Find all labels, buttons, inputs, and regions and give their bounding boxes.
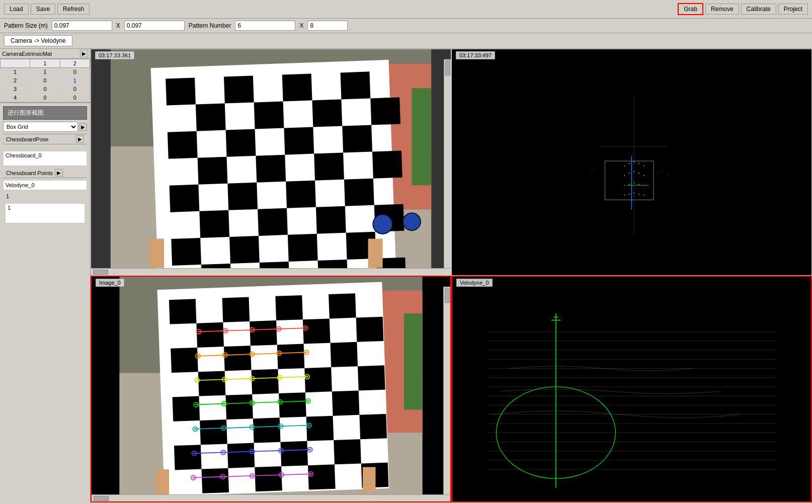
- table-row: 4 0 0: [1, 94, 90, 102]
- svg-rect-95: [279, 392, 306, 417]
- svg-rect-77: [169, 299, 197, 324]
- velodyne-list: Velodyne_0: [3, 180, 87, 190]
- pattern-size-label: Pattern Size (m): [4, 22, 48, 29]
- pattern-number-y-input[interactable]: [307, 21, 348, 31]
- svg-rect-86: [224, 346, 252, 371]
- svg-rect-13: [168, 131, 198, 159]
- pattern-size-x-input[interactable]: [52, 21, 112, 31]
- svg-rect-11: [312, 99, 343, 127]
- matrix-table: 1 2 1 1 0 2 0 1 3 0 0: [0, 59, 90, 102]
- scroll-area[interactable]: 1: [5, 203, 85, 223]
- left-panel: CameraExtrinsicMat ▶ 1 2 1 1 0 2 0 1: [0, 49, 91, 502]
- svg-point-148: [279, 377, 281, 379]
- svg-point-64: [643, 195, 644, 196]
- refresh-button[interactable]: Refresh: [57, 4, 90, 15]
- project-button[interactable]: Project: [778, 4, 808, 15]
- svg-point-45: [624, 165, 625, 166]
- top-right-timestamp: 03:17:33:497: [456, 51, 495, 59]
- svg-point-184: [193, 452, 195, 454]
- svg-point-47: [633, 161, 634, 162]
- load-button[interactable]: Load: [4, 4, 29, 15]
- svg-rect-27: [316, 206, 346, 234]
- svg-point-146: [251, 378, 253, 380]
- svg-rect-6: [224, 75, 254, 103]
- svg-rect-15: [284, 127, 314, 155]
- remove-button[interactable]: Remove: [705, 4, 739, 15]
- tab-row: Camera -> Velodyne: [0, 33, 812, 49]
- matrix-nav-arrow[interactable]: ▶: [80, 50, 88, 57]
- row-2-c1: 0: [30, 76, 60, 85]
- svg-rect-91: [304, 367, 332, 392]
- bottom-controls: 进行图形截图 Box Grid ▶ ChessboardPose ▶ Chess…: [0, 103, 90, 502]
- svg-rect-93: [173, 396, 200, 422]
- tab-camera-velodyne[interactable]: Camera -> Velodyne: [4, 35, 72, 46]
- svg-point-144: [224, 379, 226, 381]
- calibrate-button[interactable]: Calibrate: [741, 4, 776, 15]
- svg-point-57: [633, 183, 634, 184]
- svg-rect-26: [258, 208, 288, 236]
- chessboard-points-header: Chessboard Points ▶: [3, 168, 87, 178]
- row-4-c1: 0: [30, 94, 60, 102]
- svg-point-162: [279, 401, 281, 403]
- top-left-hscroll[interactable]: [91, 268, 451, 275]
- svg-rect-82: [250, 320, 277, 346]
- save-button[interactable]: Save: [31, 4, 55, 15]
- matrix-col-empty: [1, 59, 30, 68]
- draw-screenshot-button[interactable]: 进行图形截图: [3, 106, 87, 120]
- svg-rect-17: [198, 157, 228, 185]
- svg-point-48: [638, 163, 639, 164]
- svg-rect-101: [174, 445, 202, 470]
- svg-point-170: [194, 428, 196, 430]
- box-grid-select[interactable]: Box Grid: [3, 122, 78, 132]
- svg-point-54: [643, 175, 644, 176]
- svg-point-160: [251, 402, 253, 404]
- svg-point-164: [307, 400, 309, 402]
- svg-rect-94: [225, 394, 253, 419]
- svg-rect-38: [368, 239, 383, 268]
- svg-rect-80: [329, 293, 356, 318]
- svg-point-174: [251, 426, 253, 428]
- svg-point-70: [663, 172, 664, 173]
- matrix-title: CameraExtrinsicMat: [2, 51, 52, 57]
- velodyne-top-svg: [452, 49, 811, 275]
- svg-rect-10: [254, 101, 284, 129]
- chessboard-item[interactable]: Chessboard_0: [4, 151, 87, 159]
- svg-point-58: [638, 184, 639, 185]
- grab-button[interactable]: Grab: [678, 3, 703, 15]
- box-grid-arrow[interactable]: ▶: [79, 123, 87, 131]
- svg-rect-84: [356, 317, 384, 342]
- row-2-c2: 1: [60, 76, 90, 85]
- matrix-col-2: 2: [60, 59, 90, 68]
- top-left-vscroll[interactable]: [444, 59, 451, 268]
- content-area: 03:17:33:361: [91, 49, 812, 502]
- svg-point-192: [309, 449, 311, 451]
- pattern-number-label: Pattern Number: [189, 22, 231, 29]
- svg-rect-37: [149, 239, 164, 268]
- svg-rect-83: [303, 318, 331, 344]
- row-1-c2: 0: [60, 68, 90, 76]
- svg-point-39: [373, 214, 392, 234]
- pattern-number-x-input[interactable]: [235, 21, 295, 31]
- top-right-panel: 03:17:33:497: [451, 49, 812, 276]
- velodyne-item[interactable]: Velodyne_0: [5, 182, 86, 189]
- chessboard-points-label: Chessboard Points: [6, 170, 53, 176]
- bottom-left-vscroll[interactable]: [443, 287, 450, 494]
- chessboard-list: Chessboard_0: [3, 151, 87, 166]
- chessboard-points-arrow[interactable]: ▶: [55, 169, 63, 177]
- svg-point-56: [629, 184, 630, 185]
- svg-point-55: [624, 185, 625, 186]
- svg-rect-209: [464, 277, 799, 501]
- svg-point-114: [198, 331, 200, 333]
- bottom-left-hscroll[interactable]: [92, 494, 450, 501]
- main-layout: CameraExtrinsicMat ▶ 1 2 1 1 0 2 0 1: [0, 49, 812, 502]
- svg-rect-5: [166, 77, 196, 105]
- svg-rect-98: [253, 417, 281, 443]
- svg-rect-90: [252, 369, 279, 394]
- svg-point-130: [224, 354, 226, 356]
- chessboard-pose-arrow[interactable]: ▶: [76, 135, 84, 143]
- svg-rect-99: [306, 416, 334, 441]
- row-id-4: 4: [1, 94, 30, 102]
- svg-rect-208: [363, 467, 376, 492]
- x-separator-2: X: [299, 22, 303, 29]
- pattern-size-y-input[interactable]: [124, 21, 185, 31]
